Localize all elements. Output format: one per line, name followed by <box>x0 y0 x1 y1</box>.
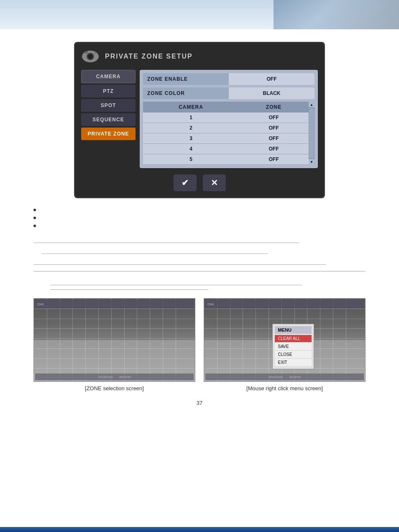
cam-info-bar-1: CH1 <box>35 300 194 308</box>
zone-enable-value[interactable]: OFF <box>229 73 315 85</box>
top-banner <box>0 0 399 29</box>
right-click-menu: MENU CLEAR ALLSAVECLOSEEXIT <box>272 324 314 369</box>
table-row: 1OFF <box>143 113 309 123</box>
dialog-body: CAMERA PTZ SPOT SEQUENCE PRIVATE ZONE ZO… <box>81 70 318 168</box>
sidebar-item-spot[interactable]: SPOT <box>81 99 136 112</box>
zone-table-wrapper: CAMERA ZONE 1OFF2OFF3OFF4OFF5OFF ▲ ▼ <box>143 102 315 165</box>
zone-selection-caption: [ZONE selection screen] <box>85 385 144 391</box>
screenshots-section: CH1 2013/01/01 00:00:00 [ZONE selection … <box>33 298 366 391</box>
right-click-menu-item[interactable]: EXIT <box>275 359 312 366</box>
table-cell-camera: 5 <box>143 154 239 165</box>
mouse-menu-screenshot: MENU CLEAR ALLSAVECLOSEEXIT CH1 2013/01/… <box>204 298 366 382</box>
right-click-menu-item[interactable]: SAVE <box>275 343 312 350</box>
cam-time-1: 00:00:00 <box>119 376 130 379</box>
zone-color-row: ZONE COLOR BLACK <box>143 87 315 99</box>
zone-table: CAMERA ZONE 1OFF2OFF3OFF4OFF5OFF <box>143 102 309 165</box>
scroll-thumb[interactable] <box>309 108 314 158</box>
lines-section-1 <box>33 235 366 265</box>
cam-bottom-bar-1: 2013/01/01 00:00:00 <box>35 373 194 380</box>
table-cell-camera: 1 <box>143 113 239 123</box>
dialog-header: PRIVATE ZONE SETUP <box>81 49 318 64</box>
svg-rect-4 <box>94 52 96 54</box>
col-zone: ZONE <box>239 102 309 113</box>
svg-point-2 <box>88 54 93 59</box>
table-cell-camera: 2 <box>143 123 239 133</box>
content-panel: ZONE ENABLE OFF ZONE COLOR BLACK CAMERA … <box>140 70 318 168</box>
private-zone-setup-dialog: PRIVATE ZONE SETUP CAMERA PTZ SPOT SEQUE… <box>74 42 325 198</box>
zone-enable-label: ZONE ENABLE <box>143 73 229 85</box>
cam-date-1: 2013/01/01 <box>98 376 113 379</box>
cam-date-2: 2013/01/01 <box>269 376 283 379</box>
dialog-footer: ✔ ✕ <box>81 174 318 191</box>
menu-header: MENU <box>275 326 312 334</box>
mouse-menu-caption: [Mouse right click menu screen] <box>246 385 323 391</box>
table-cell-zone: OFF <box>239 123 309 133</box>
table-row: 5OFF <box>143 154 309 165</box>
camera-icon <box>81 49 100 64</box>
bottom-bar <box>0 527 399 532</box>
table-row: 3OFF <box>143 133 309 144</box>
cancel-button[interactable]: ✕ <box>203 174 226 191</box>
table-cell-camera: 3 <box>143 133 239 144</box>
table-cell-camera: 4 <box>143 144 239 154</box>
scrollbar[interactable]: ▲ ▼ <box>309 102 315 165</box>
svg-rect-3 <box>84 51 88 54</box>
zone-enable-row: ZONE ENABLE OFF <box>143 73 315 85</box>
cam-time-2: 00:00:00 <box>289 376 301 379</box>
lines-section-2 <box>50 278 366 290</box>
table-cell-zone: OFF <box>239 154 309 165</box>
bullet-item-3 <box>33 223 366 227</box>
bullet-dot-1 <box>33 209 36 211</box>
line-2 <box>42 246 268 254</box>
line-5 <box>50 289 208 290</box>
bullet-dot-2 <box>33 217 36 219</box>
right-click-menu-item[interactable]: CLOSE <box>275 351 312 358</box>
line-1 <box>33 235 299 243</box>
cam-info-text-1: CH1 <box>37 302 44 306</box>
table-row: 4OFF <box>143 144 309 154</box>
scroll-up-button[interactable]: ▲ <box>309 102 315 107</box>
cam-info-text-2: CH1 <box>207 302 214 306</box>
cam-bottom-bar-2: 2013/01/01 00:00:00 <box>205 373 364 380</box>
table-row: 2OFF <box>143 123 309 133</box>
mouse-menu-container: MENU CLEAR ALLSAVECLOSEEXIT CH1 2013/01/… <box>204 298 366 391</box>
grid-overlay-1 <box>34 299 195 381</box>
col-camera: CAMERA <box>143 102 239 113</box>
line-3 <box>33 257 326 265</box>
sidebar-item-ptz[interactable]: PTZ <box>81 85 136 97</box>
table-cell-zone: OFF <box>239 133 309 144</box>
table-cell-zone: OFF <box>239 113 309 123</box>
zone-selection-screenshot: CH1 2013/01/01 00:00:00 <box>33 298 195 382</box>
line-4 <box>50 278 302 285</box>
separator-line <box>33 271 366 271</box>
cam-info-bar-2: CH1 <box>205 300 364 308</box>
bullet-dot-3 <box>33 225 36 227</box>
table-cell-zone: OFF <box>239 144 309 154</box>
bullet-section <box>33 207 366 227</box>
zone-selection-container: CH1 2013/01/01 00:00:00 [ZONE selection … <box>33 298 195 391</box>
page-number: 37 <box>17 400 382 406</box>
sidebar-item-private-zone[interactable]: PRIVATE ZONE <box>81 128 136 140</box>
zone-color-value[interactable]: BLACK <box>229 87 315 99</box>
bullet-item-2 <box>33 215 366 219</box>
dialog-title: PRIVATE ZONE SETUP <box>105 53 193 60</box>
sidebar-item-sequence[interactable]: SEQUENCE <box>81 113 136 126</box>
right-click-menu-item[interactable]: CLEAR ALL <box>275 335 312 342</box>
confirm-button[interactable]: ✔ <box>174 174 197 191</box>
scroll-down-button[interactable]: ▼ <box>309 159 315 165</box>
zone-color-label: ZONE COLOR <box>143 87 229 99</box>
sidebar-item-camera[interactable]: CAMERA <box>81 70 136 83</box>
bullet-item-1 <box>33 207 366 211</box>
sidebar-menu: CAMERA PTZ SPOT SEQUENCE PRIVATE ZONE <box>81 70 136 168</box>
